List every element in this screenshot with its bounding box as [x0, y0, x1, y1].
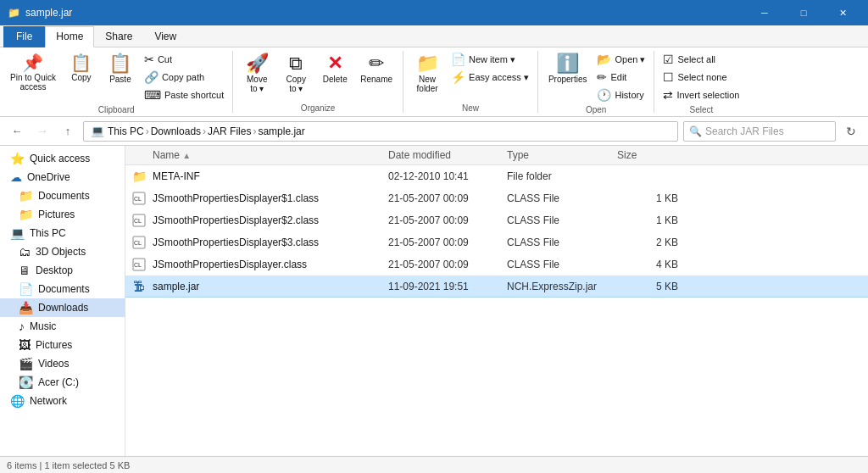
sidebar-item-documents-od[interactable]: 📁 Documents: [0, 186, 125, 205]
title-bar: 📁 sample.jar ─ □ ✕: [0, 0, 868, 25]
sidebar-item-pictures-od[interactable]: 📁 Pictures: [0, 205, 125, 224]
select-all-button[interactable]: ☑ Select all: [659, 51, 743, 68]
edit-button[interactable]: ✏ Edit: [593, 69, 648, 86]
sidebar-item-videos[interactable]: 🎬 Videos: [0, 354, 125, 373]
file-icon-class3: CL: [125, 236, 153, 249]
tab-view[interactable]: View: [143, 26, 187, 47]
select-none-icon: ☐: [663, 70, 674, 84]
select-label: Select: [659, 103, 743, 114]
move-to-icon: 🚀: [246, 54, 269, 73]
sidebar-item-pictures[interactable]: 🖼 Pictures: [0, 336, 125, 354]
file-date-meta-inf: 02-12-2010 10:41: [388, 170, 507, 182]
breadcrumb-samplejar[interactable]: sample.jar: [258, 125, 304, 137]
up-button[interactable]: ↑: [58, 121, 78, 142]
new-folder-button[interactable]: 📁 Newfolder: [409, 51, 446, 97]
sidebar-label-music: Music: [30, 320, 56, 332]
new-label: New: [409, 102, 532, 113]
file-date-class2: 21-05-2007 00:09: [388, 214, 507, 226]
tab-home[interactable]: Home: [45, 26, 94, 47]
sidebar-item-3d-objects[interactable]: 🗂 3D Objects: [0, 242, 125, 261]
column-name[interactable]: Name ▲: [125, 149, 388, 161]
open-button[interactable]: 📂 Open ▾: [593, 51, 648, 68]
forward-button[interactable]: →: [32, 121, 53, 142]
sidebar-label-documents: Documents: [38, 283, 90, 295]
breadcrumb-jar-files[interactable]: JAR Files: [208, 125, 251, 137]
column-size[interactable]: Size: [617, 149, 685, 161]
sidebar-item-documents[interactable]: 📄 Documents: [0, 280, 125, 298]
file-size-class3: 2 KB: [617, 236, 685, 248]
delete-button[interactable]: ✕ Delete: [316, 51, 353, 87]
history-button[interactable]: 🕐 History: [593, 86, 648, 103]
downloads-icon: 📥: [19, 301, 33, 314]
file-type-class1: CLASS File: [507, 192, 617, 204]
sidebar-item-quick-access[interactable]: ⭐ Quick access: [0, 149, 125, 168]
copy-to-button[interactable]: ⧉ Copyto ▾: [277, 51, 314, 97]
ribbon-group-organize: 🚀 Moveto ▾ ⧉ Copyto ▾ ✕ Delete ✏ Rename …: [233, 51, 403, 113]
file-row[interactable]: CL JSmoothPropertiesDisplayer$2.class 21…: [125, 209, 868, 231]
clipboard-label: Clipboard: [5, 103, 227, 114]
search-box[interactable]: 🔍 Search JAR Files: [683, 121, 836, 142]
paste-button[interactable]: 📋 Paste: [102, 51, 139, 87]
rename-icon: ✏: [369, 54, 384, 73]
file-row-selected[interactable]: 🗜 sample.jar 11-09-2021 19:51 NCH.Expres…: [125, 275, 868, 298]
sidebar-item-this-pc[interactable]: 💻 This PC: [0, 224, 125, 242]
rename-button[interactable]: ✏ Rename: [355, 51, 398, 87]
open-icon: 📂: [597, 53, 611, 66]
delete-icon: ✕: [327, 54, 342, 73]
column-date-modified[interactable]: Date modified: [388, 149, 507, 161]
file-row[interactable]: CL JSmoothPropertiesDisplayer.class 21-0…: [125, 253, 868, 275]
breadcrumb-downloads[interactable]: Downloads: [151, 125, 201, 137]
paste-shortcut-button[interactable]: ⌨ Paste shortcut: [141, 86, 227, 103]
sidebar-label-this-pc: This PC: [30, 227, 66, 239]
copy-to-icon: ⧉: [289, 54, 303, 73]
pin-to-quick-access-button[interactable]: 📌 Pin to Quickaccess: [5, 51, 61, 95]
file-size-class2: 1 KB: [617, 214, 685, 226]
invert-selection-icon: ⇄: [663, 88, 673, 102]
sidebar-label-desktop: Desktop: [36, 264, 73, 276]
file-icon-class1: CL: [125, 192, 153, 205]
sidebar-item-desktop[interactable]: 🖥 Desktop: [0, 261, 125, 280]
pictures-icon: 🖼: [19, 338, 31, 352]
minimize-button[interactable]: ─: [746, 0, 783, 25]
file-list-header: Name ▲ Date modified Type Size: [125, 146, 868, 165]
address-bar: ← → ↑ 💻 This PC › Downloads › JAR Files …: [0, 117, 868, 146]
file-row[interactable]: CL JSmoothPropertiesDisplayer$1.class 21…: [125, 187, 868, 209]
edit-icon: ✏: [597, 70, 607, 84]
status-bar: 6 items | 1 item selected 5 KB: [0, 456, 868, 473]
file-date-class1: 21-05-2007 00:09: [388, 192, 507, 204]
copy-path-button[interactable]: 🔗 Copy path: [141, 69, 227, 86]
copy-icon: 📋: [70, 54, 92, 71]
cut-button[interactable]: ✂ Cut: [141, 51, 227, 68]
easy-access-button[interactable]: ⚡ Easy access ▾: [448, 69, 532, 86]
select-none-button[interactable]: ☐ Select none: [659, 69, 743, 86]
sidebar-item-music[interactable]: ♪ Music: [0, 317, 125, 336]
move-to-button[interactable]: 🚀 Moveto ▾: [238, 51, 275, 97]
sidebar: ⭐ Quick access ☁ OneDrive 📁 Documents 📁 …: [0, 146, 125, 456]
sidebar-item-acer-c[interactable]: 💽 Acer (C:): [0, 373, 125, 392]
breadcrumb-sep-2: ›: [203, 125, 206, 137]
this-pc-icon: 💻: [10, 226, 25, 240]
cut-icon: ✂: [144, 53, 154, 66]
file-date-class4: 21-05-2007 00:09: [388, 259, 507, 270]
tab-share[interactable]: Share: [94, 26, 143, 47]
sidebar-item-onedrive[interactable]: ☁ OneDrive: [0, 168, 125, 186]
invert-selection-button[interactable]: ⇄ Invert selection: [659, 86, 743, 103]
properties-button[interactable]: ℹ️ Properties: [543, 51, 593, 87]
organize-content: 🚀 Moveto ▾ ⧉ Copyto ▾ ✕ Delete ✏ Rename: [238, 51, 398, 102]
breadcrumb-this-pc[interactable]: This PC: [108, 125, 144, 137]
column-type[interactable]: Type: [507, 149, 617, 161]
refresh-button[interactable]: ↻: [841, 121, 861, 142]
file-row[interactable]: 📁 META-INF 02-12-2010 10:41 File folder: [125, 165, 868, 187]
close-button[interactable]: ✕: [824, 0, 861, 25]
sidebar-item-downloads[interactable]: 📥 Downloads: [0, 298, 125, 317]
address-path[interactable]: 💻 This PC › Downloads › JAR Files › samp…: [83, 121, 678, 142]
copy-button[interactable]: 📋 Copy: [63, 51, 100, 86]
tab-file[interactable]: File: [3, 26, 45, 47]
sidebar-label-downloads: Downloads: [38, 302, 88, 314]
new-item-button[interactable]: 📄 New item ▾: [448, 51, 532, 68]
file-row[interactable]: CL JSmoothPropertiesDisplayer$3.class 21…: [125, 231, 868, 253]
back-button[interactable]: ←: [7, 121, 27, 142]
sidebar-item-network[interactable]: 🌐 Network: [0, 392, 125, 410]
maximize-button[interactable]: □: [785, 0, 822, 25]
open-label: Open: [543, 103, 649, 114]
